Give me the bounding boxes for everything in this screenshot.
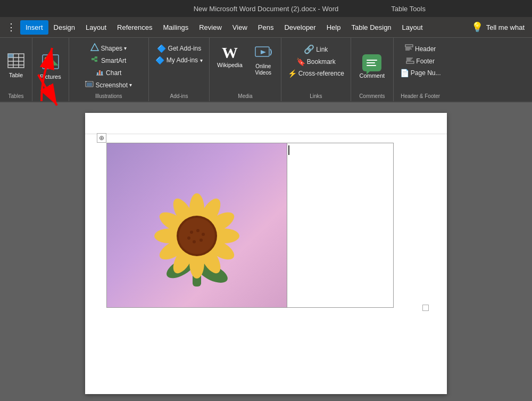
- svg-point-52: [200, 239, 203, 242]
- svg-rect-20: [87, 83, 92, 86]
- my-addins-label: My Add-ins: [167, 56, 198, 64]
- tab-design[interactable]: Design: [48, 20, 80, 35]
- tab-mailings[interactable]: Mailings: [158, 20, 194, 35]
- get-addins-label: Get Add-ins: [168, 45, 202, 52]
- header-button[interactable]: Header: [403, 43, 438, 54]
- illustrations-group: Shapes ▾ SmartArt: [69, 38, 149, 101]
- tab-table-layout[interactable]: Layout: [397, 20, 428, 35]
- svg-rect-16: [99, 70, 101, 75]
- svg-rect-15: [97, 72, 98, 75]
- svg-line-14: [94, 59, 95, 61]
- svg-rect-17: [101, 71, 103, 75]
- illustrations-group-label: Illustrations: [73, 91, 144, 100]
- tables-group-label: Tables: [9, 91, 24, 100]
- page-num-icon: 📄: [400, 69, 409, 77]
- get-addins-button[interactable]: 🔷 Get Add-ins: [155, 43, 204, 54]
- tab-file[interactable]: ⋮: [2, 20, 20, 34]
- tab-developer[interactable]: Developer: [279, 20, 321, 35]
- tab-help[interactable]: Help: [321, 20, 346, 35]
- svg-rect-21: [85, 81, 87, 82]
- ribbon-tab-bar: ⋮ Insert Design Layout References Mailin…: [0, 17, 532, 37]
- comment-button[interactable]: Comment: [356, 53, 388, 81]
- svg-marker-23: [261, 50, 266, 54]
- screenshot-button[interactable]: Screenshot ▾: [83, 79, 134, 91]
- smartart-button[interactable]: SmartArt: [89, 54, 128, 67]
- my-addins-icon: 🔷: [155, 56, 164, 64]
- table-move-handle[interactable]: ⊕: [97, 133, 106, 143]
- document-page: ⊕: [85, 113, 447, 394]
- online-videos-label: OnlineVideos: [255, 63, 271, 76]
- smartart-icon: [91, 55, 99, 66]
- table-button[interactable]: Table: [4, 52, 28, 80]
- wikipedia-icon: W: [222, 45, 238, 61]
- addins-group-label: Add-ins: [153, 91, 205, 100]
- online-videos-icon: [254, 45, 272, 62]
- links-group: 🔗 Link 🔖 Bookmark ⚡ Cross-reference Link…: [281, 38, 351, 101]
- svg-point-48: [179, 218, 215, 254]
- online-videos-button[interactable]: OnlineVideos: [250, 43, 277, 78]
- header-footer-group: Header Footer 📄 Page Nu... Header & Foo: [394, 38, 447, 101]
- comments-group: Comment Comments: [351, 38, 394, 101]
- bookmark-label: Bookmark: [307, 58, 336, 66]
- pictures-dropdown[interactable]: ▾: [49, 83, 52, 89]
- image-cell: [106, 143, 287, 308]
- comments-group-label: Comments: [359, 91, 385, 100]
- table-resize-handle[interactable]: [422, 305, 429, 311]
- svg-marker-9: [91, 44, 98, 51]
- tab-references[interactable]: References: [112, 20, 157, 35]
- tab-review[interactable]: Review: [194, 20, 227, 35]
- svg-rect-7: [43, 55, 59, 69]
- shapes-label: Shapes: [101, 45, 122, 52]
- tab-view[interactable]: View: [227, 20, 253, 35]
- pictures-group: Pictures ▾: [32, 38, 69, 101]
- search-label[interactable]: Tell me what: [486, 23, 525, 31]
- text-cell[interactable]: [287, 143, 394, 308]
- svg-point-53: [193, 240, 196, 243]
- get-addins-icon: 🔷: [157, 44, 166, 53]
- shapes-icon: [90, 43, 99, 53]
- tab-table-design[interactable]: Table Design: [346, 20, 396, 35]
- links-group-label: Links: [286, 91, 346, 100]
- wikipedia-button[interactable]: W Wikipedia: [214, 43, 246, 70]
- pictures-label: Pictures: [40, 73, 61, 80]
- svg-rect-31: [406, 61, 414, 63]
- media-group-label: Media: [214, 91, 277, 100]
- my-addins-button[interactable]: 🔷 My Add-ins ▾: [153, 55, 205, 66]
- tab-insert[interactable]: Insert: [20, 20, 48, 35]
- document-area: ⊕: [0, 102, 532, 401]
- doc-header-area: [85, 113, 447, 134]
- crossref-label: Cross-reference: [298, 70, 344, 77]
- link-icon: 🔗: [304, 44, 314, 54]
- crossref-button[interactable]: ⚡ Cross-reference: [286, 68, 346, 79]
- text-cursor: [288, 145, 289, 155]
- shapes-button[interactable]: Shapes ▾: [88, 42, 129, 54]
- title-text: New Microsoft Word Document (2).docx - W…: [194, 5, 339, 13]
- footer-icon: [406, 56, 414, 66]
- screenshot-icon: [85, 80, 94, 90]
- bookmark-icon: 🔖: [296, 58, 305, 66]
- page-num-button[interactable]: 📄 Page Nu...: [398, 68, 443, 78]
- svg-point-50: [196, 229, 200, 232]
- header-icon: [405, 44, 413, 53]
- svg-point-8: [45, 57, 49, 61]
- tab-layout[interactable]: Layout: [80, 20, 112, 35]
- tables-group: Table Tables: [0, 38, 32, 101]
- comment-label: Comment: [359, 72, 385, 79]
- comment-icon: [362, 54, 381, 71]
- svg-rect-10: [92, 58, 94, 60]
- svg-line-13: [94, 58, 95, 59]
- bookmark-button[interactable]: 🔖 Bookmark: [294, 56, 338, 67]
- link-button[interactable]: 🔗 Link: [302, 43, 330, 55]
- footer-label: Footer: [416, 58, 435, 65]
- header-footer-group-label: Header & Footer: [398, 91, 443, 100]
- svg-rect-12: [95, 60, 97, 62]
- svg-point-54: [187, 236, 190, 240]
- crossref-icon: ⚡: [288, 69, 297, 78]
- svg-rect-11: [95, 56, 97, 59]
- pictures-button[interactable]: Pictures: [37, 52, 64, 82]
- footer-button[interactable]: Footer: [404, 55, 437, 67]
- svg-rect-24: [405, 45, 413, 47]
- screenshot-label: Screenshot: [95, 81, 128, 89]
- chart-button[interactable]: Chart: [94, 67, 123, 79]
- tab-pens[interactable]: Pens: [253, 20, 279, 35]
